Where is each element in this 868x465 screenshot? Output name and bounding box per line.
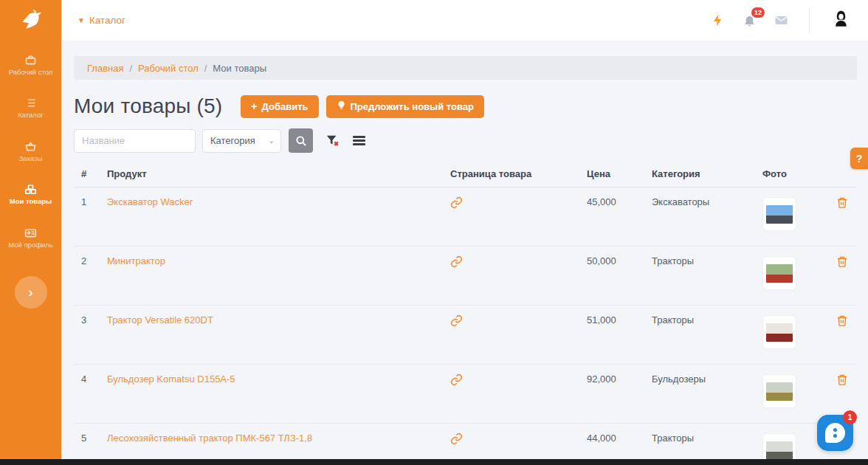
sidebar-item-orders[interactable]: Заказы <box>0 134 61 170</box>
delete-product-button[interactable] <box>836 196 848 211</box>
product-category: Экскаваторы <box>652 196 762 207</box>
product-price: 45,000 <box>587 196 652 207</box>
product-price: 50,000 <box>587 255 652 266</box>
row-number: 5 <box>74 433 107 444</box>
link-icon <box>450 196 463 209</box>
catalog-dropdown[interactable]: ▼ Каталог <box>78 15 125 26</box>
products-table: # Продукт Страница товара Цена Категория… <box>74 162 857 459</box>
table-header: # Продукт Страница товара Цена Категория… <box>74 162 857 187</box>
sidebar-expand-button[interactable]: › <box>15 276 47 309</box>
sidebar-item-label: Каталог <box>1 111 60 119</box>
product-link[interactable]: Лесохозяйственный трактор ПМК-567 ТЛЗ-1,… <box>107 433 312 444</box>
col-num: # <box>74 168 107 179</box>
sidebar-item-label: Заказы <box>1 155 60 162</box>
chat-unread-badge: 1 <box>843 410 857 424</box>
lightning-icon <box>711 13 725 27</box>
category-select[interactable]: Категория ⌄ <box>202 129 281 153</box>
filter-row: Категория ⌄ <box>74 128 857 153</box>
col-price: Цена <box>587 168 652 179</box>
sidebar-item-profile[interactable]: Мой профиль <box>0 220 61 257</box>
col-product: Продукт <box>107 168 450 179</box>
products-count: (5) <box>197 94 223 117</box>
row-number: 2 <box>74 255 107 266</box>
product-page-link[interactable] <box>450 314 463 329</box>
table-row: 5 Лесохозяйственный трактор ПМК-567 ТЛЗ-… <box>74 424 857 459</box>
trash-icon <box>836 373 848 386</box>
delete-product-button[interactable] <box>836 314 848 329</box>
product-photo[interactable] <box>762 374 796 408</box>
catalog-list-icon <box>24 97 37 108</box>
row-number: 3 <box>74 314 107 326</box>
breadcrumb-home[interactable]: Главная <box>87 63 123 74</box>
list-menu-button[interactable] <box>353 136 365 145</box>
messages-button[interactable] <box>774 13 788 27</box>
col-category: Категория <box>652 168 762 179</box>
product-page-link[interactable] <box>450 196 463 211</box>
breadcrumb-current: Мои товары <box>213 63 266 74</box>
topbar-divider <box>809 8 810 33</box>
breadcrumb-separator: / <box>204 63 207 74</box>
sidebar-item-my-products[interactable]: Мои товары <box>0 176 61 213</box>
sidebar-item-catalog[interactable]: Каталог <box>0 90 61 127</box>
suggest-product-button[interactable]: Предложить новый товар <box>326 95 484 118</box>
clear-filter-button[interactable] <box>326 134 340 148</box>
product-photo[interactable] <box>762 433 796 459</box>
name-search-input[interactable] <box>74 129 196 153</box>
title-row: Мои товары (5) + Добавить Предложить нов… <box>74 94 857 118</box>
product-category: Тракторы <box>652 255 762 266</box>
sidebar-item-label: Рабочий стол <box>1 69 60 76</box>
chevron-down-icon: ▼ <box>78 16 85 24</box>
filter-x-icon <box>326 134 340 148</box>
boost-button[interactable] <box>711 13 725 27</box>
help-button[interactable]: ? <box>850 148 868 169</box>
product-photo-image <box>766 382 793 401</box>
sidebar-item-desktop[interactable]: Рабочий стол <box>0 47 61 84</box>
product-category: Тракторы <box>652 433 762 444</box>
search-button[interactable] <box>289 128 313 153</box>
product-photo[interactable] <box>762 197 796 231</box>
sidebar: Рабочий стол Каталог Заказы Мои товары М… <box>0 0 61 459</box>
col-photo: Фото <box>762 168 836 179</box>
link-icon <box>450 373 463 386</box>
profile-card-icon <box>24 227 37 238</box>
product-category: Бульдозеры <box>652 373 762 385</box>
catalog-dropdown-label: Каталог <box>89 15 125 26</box>
product-price: 92,000 <box>587 373 652 385</box>
trash-icon <box>836 255 848 268</box>
dove-icon <box>17 8 45 33</box>
notifications-badge: 12 <box>751 7 765 18</box>
search-icon <box>295 135 307 147</box>
breadcrumb-desktop[interactable]: Рабочий стол <box>138 63 199 74</box>
product-page-link[interactable] <box>450 255 463 270</box>
delete-product-button[interactable] <box>836 255 848 270</box>
product-photo[interactable] <box>762 315 796 349</box>
product-link[interactable]: Бульдозер Komatsu D155A-5 <box>107 373 235 385</box>
table-row: 1 Экскаватор Wacker 45,000 Экскаваторы <box>74 187 857 247</box>
product-page-link[interactable] <box>450 373 463 388</box>
breadcrumb: Главная / Рабочий стол / Мои товары <box>74 56 857 80</box>
chevron-right-icon: › <box>29 285 33 300</box>
add-product-button[interactable]: + Добавить <box>241 95 318 118</box>
link-icon <box>450 255 463 268</box>
product-link[interactable]: Экскаватор Wacker <box>107 196 193 207</box>
product-photo[interactable] <box>762 256 796 290</box>
row-number: 1 <box>74 196 107 207</box>
category-select-value: Категория <box>210 135 255 146</box>
sidebar-item-label: Мои товары <box>1 198 60 205</box>
mail-icon <box>774 13 788 27</box>
product-page-link[interactable] <box>450 433 463 447</box>
desktop-icon <box>24 55 37 66</box>
link-icon <box>450 314 463 327</box>
product-link[interactable]: Трактор Versatile 620DT <box>107 314 213 326</box>
notifications-button[interactable]: 12 <box>743 13 757 27</box>
product-link[interactable]: Минитрактор <box>107 255 165 266</box>
app-logo[interactable] <box>0 0 61 41</box>
delete-product-button[interactable] <box>836 373 848 388</box>
table-body: 1 Экскаватор Wacker 45,000 Экскаваторы <box>74 187 857 459</box>
person-icon <box>830 8 852 30</box>
chat-widget-button[interactable]: 1 <box>817 415 853 451</box>
table-row: 4 Бульдозер Komatsu D155A-5 92,000 Бульд… <box>74 365 857 424</box>
product-price: 51,000 <box>587 314 652 326</box>
link-icon <box>450 433 463 445</box>
user-avatar[interactable] <box>830 8 852 32</box>
